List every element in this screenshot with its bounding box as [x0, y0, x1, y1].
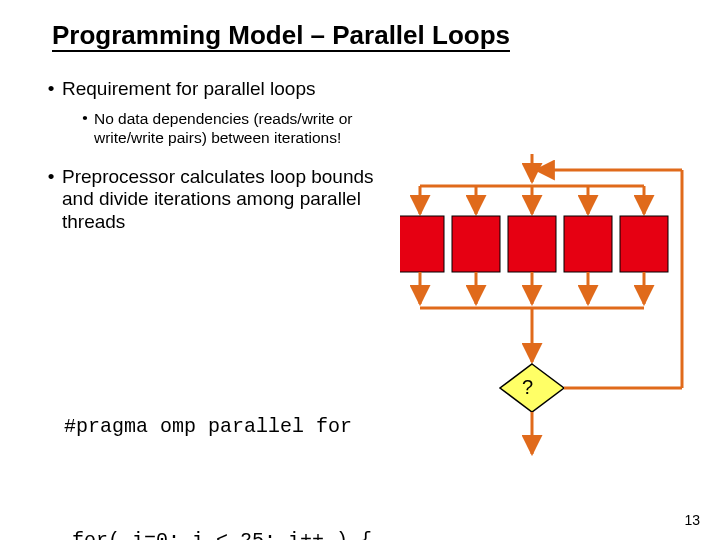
slide: Programming Model – Parallel Loops • Req…: [0, 0, 720, 540]
bullet-level1: • Requirement for parallel loops: [40, 78, 400, 101]
decision-label: ?: [522, 376, 533, 399]
code-line: #pragma omp parallel for: [64, 408, 372, 446]
flow-svg-icon: [400, 154, 700, 484]
bullet-dot-icon: •: [40, 78, 62, 101]
svg-rect-9: [508, 216, 556, 272]
code-block: #pragma omp parallel for for( i=0; i < 2…: [64, 332, 372, 540]
slide-title: Programming Model – Parallel Loops: [52, 20, 510, 51]
flow-diagram: ?: [400, 154, 700, 474]
bullet-level2: • No data dependencies (reads/write or w…: [76, 109, 400, 148]
code-line: for( i=0; i < 25; i++ ) {: [72, 522, 372, 540]
bullet-text: No data dependencies (reads/write or wri…: [94, 109, 400, 148]
bullet-dot-icon: •: [40, 166, 62, 234]
bullet-dot-icon: •: [76, 109, 94, 148]
svg-rect-8: [452, 216, 500, 272]
bullet-text: Requirement for parallel loops: [62, 78, 400, 101]
page-number: 13: [684, 512, 700, 528]
text-column: • Requirement for parallel loops • No da…: [40, 70, 400, 234]
svg-rect-7: [400, 216, 444, 272]
bullet-text: Preprocessor calculates loop bounds and …: [62, 166, 400, 234]
svg-rect-11: [620, 216, 668, 272]
svg-rect-10: [564, 216, 612, 272]
bullet-level1: • Preprocessor calculates loop bounds an…: [40, 166, 400, 234]
